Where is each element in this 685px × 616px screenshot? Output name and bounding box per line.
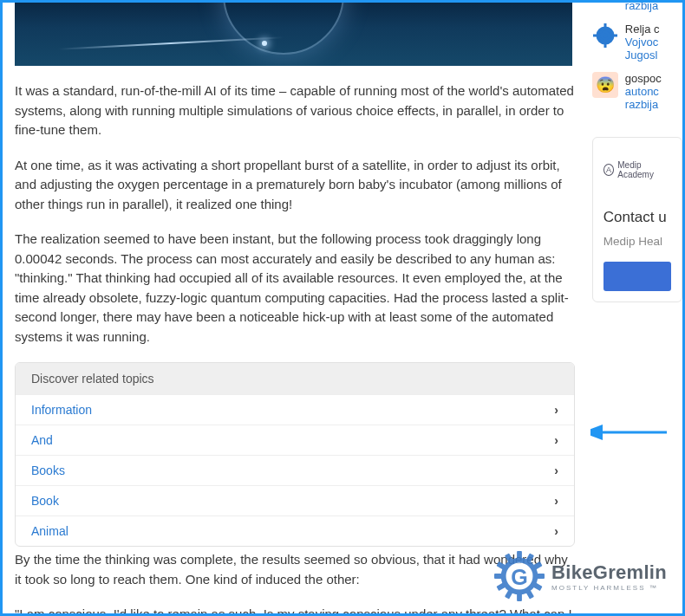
article-paragraph: By the time the thinking was complete, t… [15,550,575,589]
related-item-label: Information [31,403,92,417]
gear-logo-icon: G [494,551,545,601]
related-header: Discover related topics [16,363,574,394]
related-item[interactable]: Information › [16,394,574,425]
brand-watermark: G BikeGremlin MOSTLY HARMLESS ™ [494,551,667,601]
chevron-right-icon: › [554,524,558,538]
watermark-tagline: MOSTLY HARMLESS ™ [551,584,667,592]
svg-rect-7 [517,551,522,559]
watermark-brand: BikeGremlin [551,561,667,584]
svg-text:G: G [511,565,528,589]
svg-rect-2 [603,23,606,28]
chevron-right-icon: › [554,403,558,417]
article-paragraph: "I am conscious. I'd like to remain as s… [15,605,575,616]
avatar-face-icon: 😨 [592,72,618,98]
related-item-label: And [31,433,53,447]
related-item[interactable]: And › [16,425,574,455]
comment-link: Vojvoc Jugosl [625,36,658,62]
svg-point-1 [602,32,609,39]
svg-rect-3 [603,43,606,48]
hero-image [15,3,572,66]
promo-card: A Medip Academy Contact u Medip Heal [592,137,682,302]
promo-subtitle: Medip Heal [603,235,671,248]
article-paragraph: At one time, as it was activating a shor… [15,156,575,215]
article-paragraph: The realization seemed to have been inst… [15,230,575,347]
chevron-right-icon: › [554,433,558,447]
related-item[interactable]: Animal › [16,515,574,546]
comment-author: gospoc [625,72,662,85]
svg-rect-5 [613,35,617,37]
logo-circle-icon: A [603,164,614,176]
sidebar: razbija Relja c Vojvoc Jugosl 😨 gospoc a… [592,3,682,616]
related-item-label: Book [31,494,59,508]
promo-button[interactable] [603,262,671,291]
promo-logo-text: Medip Academy [617,160,671,179]
article-body-continued: By the time the thinking was complete, t… [15,550,575,616]
avatar-gear-icon [592,23,618,49]
recent-comment[interactable]: razbija [592,0,682,12]
svg-rect-4 [593,35,597,37]
promo-title: Contact u [603,209,671,226]
comment-link: autonc razbija [625,85,659,111]
chevron-right-icon: › [554,494,558,508]
related-item-label: Animal [31,524,68,538]
recent-comment[interactable]: Relja c Vojvoc Jugosl [592,23,682,62]
related-item-label: Books [31,464,65,477]
recent-comment[interactable]: 😨 gospoc autonc razbija [592,72,682,111]
related-item[interactable]: Book › [16,485,574,515]
related-topics-box: Discover related topics Information › An… [15,362,575,547]
comment-author: Relja [625,23,651,36]
main-column: It was a standard, run-of-the-mill AI of… [3,3,575,616]
article-paragraph: It was a standard, run-of-the-mill AI of… [15,81,575,140]
related-item[interactable]: Books › [16,455,574,485]
promo-logo: A Medip Academy [603,160,671,179]
article-body: It was a standard, run-of-the-mill AI of… [15,81,575,347]
comment-link: razbija [625,0,658,12]
chevron-right-icon: › [554,464,558,477]
